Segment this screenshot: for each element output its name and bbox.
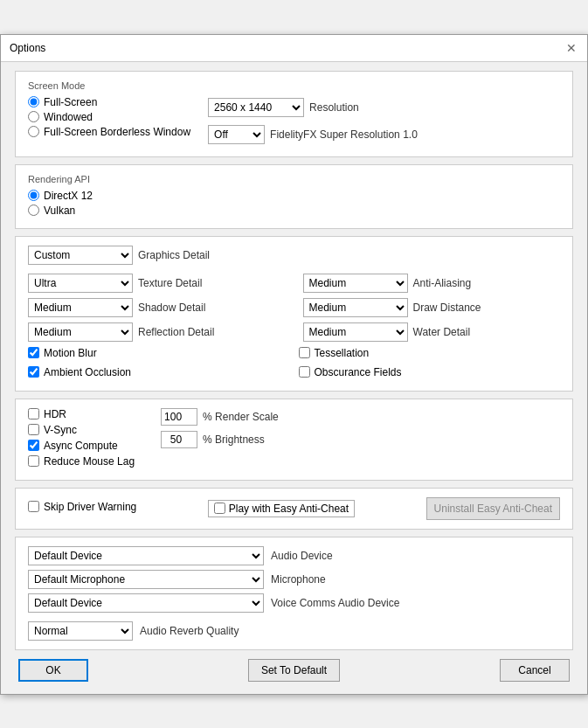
skip-driver-label: Skip Driver Warning [44,501,136,513]
draw-distance-row: Medium Low High Ultra Draw Distance [303,298,561,317]
vsync-label: V-Sync [44,424,77,436]
hdr-checkbox[interactable] [28,408,39,419]
aa-select[interactable]: Medium Low High Off [303,274,408,293]
aa-label: Anti-Aliasing [413,277,472,289]
misc-inner: HDR V-Sync Async Compute Reduce Mouse La… [28,408,560,471]
reduce-mouse-lag-checkbox[interactable] [28,455,39,467]
borderless-radio[interactable] [28,126,39,137]
graphics-detail-label: Graphics Detail [138,249,210,261]
full-screen-radio[interactable] [28,96,39,107]
brightness-input[interactable] [161,431,197,448]
reflection-label: Reflection Detail [138,326,214,338]
voice-comms-label: Voice Comms Audio Device [271,597,399,609]
audio-device-label: Audio Device [271,550,333,562]
brightness-row: % Brightness [161,431,279,448]
obscurance-row: Obscurance Fields [299,366,561,378]
async-compute-label: Async Compute [44,440,118,452]
dx12-label: DirectX 12 [44,190,93,202]
close-button[interactable]: ✕ [564,42,578,54]
water-label: Water Detail [413,326,471,338]
cancel-button[interactable]: Cancel [500,659,570,682]
play-eac-checkbox[interactable] [214,503,225,514]
misc-checkboxes: HDR V-Sync Async Compute Reduce Mouse La… [28,408,135,471]
windowed-option: Windowed [28,111,190,123]
async-compute-checkbox[interactable] [28,440,39,451]
skip-driver-checkbox[interactable] [28,501,39,512]
resolution-label: Resolution [309,101,359,114]
window-title: Options [10,42,45,54]
driver-section: Skip Driver Warning Play with Easy Anti-… [15,488,573,530]
ambient-occlusion-row: Ambient Occlusion [28,366,290,378]
screen-mode-radio-group: Full-Screen Windowed Full-Screen Borderl… [28,96,190,141]
microphone-select[interactable]: Default Microphone [28,570,264,589]
graphics-detail-select[interactable]: Custom Low Medium High Ultra [28,246,133,265]
vulkan-option: Vulkan [28,205,560,217]
audio-device-row: Default Device Audio Device [28,546,560,565]
screen-mode-label: Screen Mode [28,80,560,91]
screen-mode-selects: 2560 x 1440 1920 x 1080 Resolution Off O… [208,98,418,148]
resolution-select[interactable]: 2560 x 1440 1920 x 1080 [208,98,304,117]
water-select[interactable]: Medium Low High Ultra [303,322,408,342]
vsync-checkbox[interactable] [28,424,39,435]
texture-row: Ultra High Medium Low Texture Detail [28,274,286,293]
content-area: Screen Mode Full-Screen Windowed Full-Sc… [1,62,587,694]
play-eac-label: Play with Easy Anti-Cheat [229,503,349,515]
skip-driver-row: Skip Driver Warning [28,501,136,513]
tessellation-checkbox[interactable] [299,347,310,358]
motion-blur-row: Motion Blur [28,347,290,359]
water-row: Medium Low High Ultra Water Detail [303,322,561,342]
ok-button[interactable]: OK [18,659,88,682]
reflection-select[interactable]: Medium Low High Ultra [28,322,133,342]
rendering-api-label: Rendering API [28,174,560,184]
motion-blur-checkbox[interactable] [28,347,39,358]
obscurance-checkbox[interactable] [299,366,310,378]
rendering-api-section: Rendering API DirectX 12 Vulkan [15,164,573,229]
render-scale-input[interactable] [161,408,197,426]
render-scale-row: % Render Scale [161,408,279,426]
microphone-row: Default Microphone Microphone [28,570,560,589]
draw-distance-select[interactable]: Medium Low High Ultra [303,298,408,317]
bottom-buttons: OK Set To Default Cancel [15,659,573,682]
windowed-radio[interactable] [28,111,39,122]
reverb-select[interactable]: Normal Low Off [28,621,133,641]
play-eac-wrapper: Play with Easy Anti-Cheat [208,500,355,517]
reverb-label: Audio Reverb Quality [140,625,239,637]
reverb-row: Normal Low Off Audio Reverb Quality [28,621,560,641]
uninstall-eac-button[interactable]: Uninstall Easy Anti-Cheat [426,497,560,520]
tessellation-row: Tessellation [299,347,561,359]
shadow-select[interactable]: Medium Low High Ultra [28,298,133,317]
dx12-radio[interactable] [28,190,39,201]
borderless-option: Full-Screen Borderless Window [28,126,190,138]
graphics-checkboxes: Motion Blur Tessellation Ambient Occlusi… [28,347,560,382]
voice-comms-row: Default Device Voice Comms Audio Device [28,593,560,613]
misc-values: % Render Scale % Brightness [161,408,279,471]
voice-comms-select[interactable]: Default Device [28,593,264,613]
texture-select[interactable]: Ultra High Medium Low [28,274,133,293]
shadow-label: Shadow Detail [138,302,205,314]
vulkan-radio[interactable] [28,205,39,216]
texture-label: Texture Detail [138,277,202,289]
audio-device-select[interactable]: Default Device [28,546,264,565]
misc-section: HDR V-Sync Async Compute Reduce Mouse La… [15,399,573,481]
set-default-button[interactable]: Set To Default [248,659,340,682]
windowed-label: Windowed [44,111,93,123]
brightness-label: % Brightness [203,433,265,446]
anticheat-left: Skip Driver Warning [28,501,136,517]
ambient-occlusion-label: Ambient Occlusion [44,366,131,378]
audio-section: Default Device Audio Device Default Micr… [15,537,573,650]
vsync-row: V-Sync [28,424,135,436]
borderless-label: Full-Screen Borderless Window [44,126,190,138]
tessellation-label: Tessellation [315,347,370,359]
vulkan-label: Vulkan [44,205,75,217]
microphone-label: Microphone [271,573,326,586]
graphics-detail-row: Custom Low Medium High Ultra Graphics De… [28,246,560,265]
hdr-row: HDR [28,408,135,420]
reflection-row: Medium Low High Ultra Reflection Detail [28,322,286,342]
ambient-occlusion-checkbox[interactable] [28,366,39,378]
resolution-row: 2560 x 1440 1920 x 1080 Resolution [208,98,418,117]
graphics-details-grid: Ultra High Medium Low Texture Detail Med… [28,274,560,342]
fidelity-select[interactable]: Off On [208,125,265,144]
fidelity-label: FidelityFX Super Resolution 1.0 [270,128,418,141]
hdr-label: HDR [44,408,66,420]
fidelity-row: Off On FidelityFX Super Resolution 1.0 [208,125,418,144]
